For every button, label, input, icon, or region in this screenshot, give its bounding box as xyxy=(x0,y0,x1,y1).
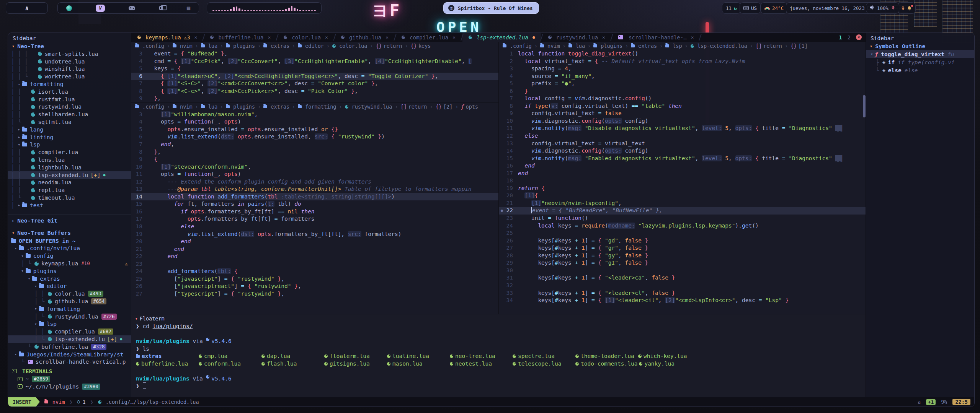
scrollbar-handle[interactable] xyxy=(863,95,866,117)
tree-item[interactable]: │ │ lightbulb.lua xyxy=(8,164,131,171)
tree-item[interactable]: │ └ timeout.lua xyxy=(8,194,131,202)
code-line[interactable]: 26 ["javascriptreact"] = { "rustywind" }… xyxy=(131,283,498,290)
code-line[interactable]: 23 xyxy=(131,260,498,268)
breadcrumb-segment[interactable]: lua xyxy=(568,43,585,49)
breadcrumb-segment[interactable]: []return xyxy=(400,104,427,110)
code-line[interactable]: 8 if type(v: config.virtual_text) == "ta… xyxy=(499,102,866,110)
code-line[interactable]: 23 init = function() xyxy=(499,215,866,222)
tab-rustywind-lua[interactable]: rustywind.lua× xyxy=(542,33,611,42)
code-line[interactable]: 5 keys = { xyxy=(131,65,498,73)
file-entry[interactable]: dap.lua xyxy=(261,353,323,360)
tab-github-lua[interactable]: github.lua× xyxy=(335,33,395,42)
tree-item[interactable]: │ │ compiler.lua#682 xyxy=(8,328,131,335)
breadcrumb-segment[interactable]: lua xyxy=(201,43,217,49)
code-line[interactable]: 15 vim.notify(msg: "Enabled diagnostics … xyxy=(499,155,866,163)
neotree-git-section-header[interactable]: ▸ Neo-Tree Git xyxy=(8,217,131,225)
tree-item[interactable]: │ ▾formatting xyxy=(8,80,131,88)
breadcrumb-segment[interactable]: []return xyxy=(756,43,782,49)
code-line[interactable]: 4 opts = function(_, opts) xyxy=(131,118,498,126)
tree-item[interactable]: OPEN BUFFERS in ~ xyxy=(8,237,131,245)
breadcrumb-segment[interactable]: {}[1] xyxy=(791,43,808,49)
tree-item[interactable]: ▾formatting xyxy=(8,305,131,313)
code-line[interactable]: 21 end xyxy=(131,246,498,253)
close-icon[interactable]: × xyxy=(602,34,605,40)
code-line[interactable]: 4 cmd = { [1]"CccPick", [2]"CccConvert",… xyxy=(131,58,498,65)
tab-page-2[interactable]: 2 xyxy=(848,34,851,41)
breadcrumb-segment[interactable]: .config xyxy=(135,43,164,49)
code-line[interactable]: 13 config.virtual_text = virtual_text xyxy=(499,140,866,148)
code-line[interactable]: ●22 event = { "BufReadPre", "BufNewFile"… xyxy=(499,207,866,215)
tab-page-1[interactable]: 1 xyxy=(839,34,842,41)
editor-pane-left[interactable]: .config›nvim›lua›plugins›extras›editor›c… xyxy=(131,42,499,314)
file-entry[interactable]: theme-loader.lua xyxy=(575,353,637,360)
close-icon[interactable]: × xyxy=(452,34,456,40)
file-entry[interactable]: neotest.lua xyxy=(450,360,511,368)
code-line[interactable]: 17end xyxy=(499,170,866,177)
keyboard-layout-widget[interactable]: US xyxy=(740,2,761,14)
file-entry[interactable]: bufferline.lua xyxy=(136,360,197,368)
file-entry[interactable]: flash.lua xyxy=(261,360,323,368)
code-line[interactable]: 12 else xyxy=(499,132,866,140)
code-line[interactable]: 14 vim.diagnostic.config(opts: config) xyxy=(499,147,866,155)
workspace-browser-icon[interactable] xyxy=(66,5,72,11)
breadcrumb-segment[interactable]: nvim xyxy=(173,104,193,110)
breadcrumb-segment[interactable]: plugins xyxy=(593,43,622,49)
close-icon[interactable]: × xyxy=(325,34,328,40)
tree-item[interactable]: ▾plugins xyxy=(8,267,131,275)
neotree-buffers-section-header[interactable]: ▾ Neo-Tree Buffers xyxy=(8,229,131,237)
tree-item[interactable]: │ ▸linting xyxy=(8,133,131,141)
file-entry[interactable]: neo-tree.lua xyxy=(450,353,511,360)
tree-item[interactable]: │ └ rustywind.lua#726 xyxy=(8,313,131,320)
outline-item[interactable]: └ ◈elseelse xyxy=(866,66,974,74)
file-entry[interactable]: telescope.lua xyxy=(513,360,574,368)
date-widget[interactable]: jueves, noviembre 16, 2023 xyxy=(786,2,875,14)
tab-color-lua[interactable]: color.lua× xyxy=(278,33,334,42)
breadcrumb-segment[interactable]: formatting xyxy=(298,104,336,110)
floaterm-pane[interactable]: ▾ Floaterm ❯ cd lua/plugins/nvim/lua/plu… xyxy=(131,314,866,397)
tree-item[interactable]: │ │ │ undotree.lua xyxy=(8,58,131,65)
tree-item[interactable]: │ │ lens.lua xyxy=(8,156,131,164)
tree-item[interactable]: │ │ │ winshift.lua xyxy=(8,65,131,73)
code-line[interactable]: 22 end xyxy=(131,253,498,260)
breadcrumb-segment[interactable]: {}[2] xyxy=(436,104,453,110)
code-line[interactable]: 6 { [1]"<leader>uC", [2]"<cmd>CccHighlig… xyxy=(131,73,498,80)
code-line[interactable]: 2 local virtual_text = { -- Default virt… xyxy=(499,58,866,65)
code-line[interactable]: 19 vim.list_extend(dst: opts.formatters_… xyxy=(131,231,498,238)
updates-widget[interactable]: 11 ↻ xyxy=(722,2,741,14)
tree-item[interactable]: │ │ color.lua#493 xyxy=(8,290,131,298)
neotree-section-header[interactable]: ▾ Neo-Tree xyxy=(8,42,131,50)
breadcrumb-segment[interactable]: .config xyxy=(135,104,164,110)
code-line[interactable]: 5 opts.ensure_installed = opts.ensure_in… xyxy=(131,126,498,133)
code-area-lsp-extended-lua[interactable]: 1local function toggle_diag_virtext()2 l… xyxy=(499,50,866,304)
workspace-games-icon[interactable] xyxy=(129,6,135,10)
tree-item[interactable]: │ │ lsp-extended.lu[+]● xyxy=(8,171,131,179)
code-line[interactable]: 21 [1]"neovim/nvim-lspconfig", xyxy=(499,200,866,207)
code-line[interactable]: 3 spacing = 4, xyxy=(499,65,866,73)
breadcrumb-segment[interactable]: rustywind.lua xyxy=(345,104,392,110)
code-line[interactable]: 26 keys[#keys + 1] = { "gd", false } xyxy=(499,237,866,245)
breadcrumb-segment[interactable]: color.lua xyxy=(332,43,367,49)
tree-item[interactable]: │ └ github.lua#654 xyxy=(8,298,131,305)
tree-item[interactable]: │ ▸lang xyxy=(8,126,131,133)
code-line[interactable]: 30 xyxy=(499,267,866,275)
breadcrumb-segment[interactable]: plugins xyxy=(226,104,255,110)
file-entry[interactable]: cmp.lua xyxy=(199,353,260,360)
close-icon[interactable]: × xyxy=(385,34,389,40)
tree-item[interactable]: ~/.c/n/l/plugins#3980 xyxy=(8,383,131,390)
code-line[interactable]: 4 source = "if_many", xyxy=(499,73,866,80)
code-line[interactable]: 7 local config = vim.diagnostic.config() xyxy=(499,95,866,102)
code-line[interactable]: 3 [1]"williamboman/mason.nvim", xyxy=(131,111,498,119)
breadcrumb-segment[interactable]: ƒopts xyxy=(461,104,478,110)
tree-item[interactable]: ▾config xyxy=(8,252,131,260)
tree-item[interactable]: │ │ isort.lua xyxy=(8,88,131,96)
tree-item[interactable]: │ │ neodim.lua xyxy=(8,179,131,187)
code-area-rustywind-lua[interactable]: 3 [1]"williamboman/mason.nvim",4 opts = … xyxy=(131,111,498,298)
file-entry[interactable]: mason.lua xyxy=(387,360,448,368)
code-line[interactable]: 24 local keys = require(modname: "lazyvi… xyxy=(499,222,866,230)
code-line[interactable]: 16 end xyxy=(499,162,866,170)
code-line[interactable]: 8 }, xyxy=(131,148,498,156)
tree-item[interactable]: │ │ rustfmt.lua xyxy=(8,96,131,103)
breadcrumb-segment[interactable]: lua xyxy=(201,104,217,110)
close-all-icon[interactable]: × xyxy=(856,34,862,40)
file-entry[interactable]: yanky.lua xyxy=(639,360,700,368)
